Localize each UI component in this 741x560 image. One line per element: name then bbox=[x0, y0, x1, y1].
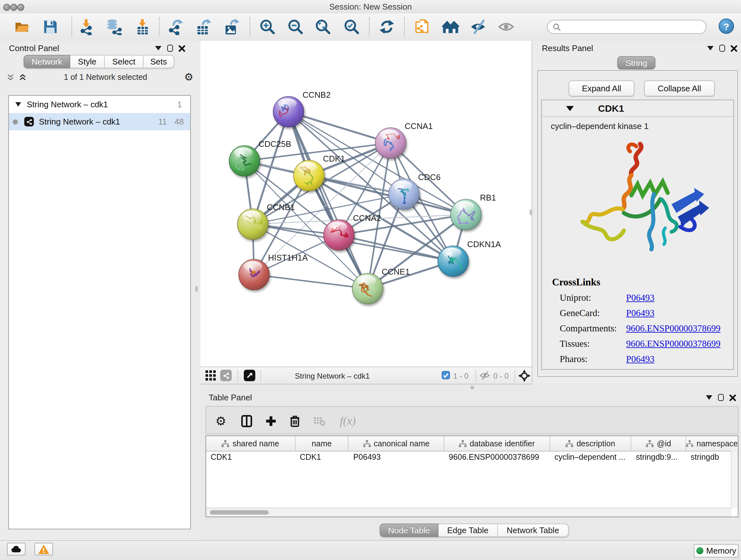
create-column-plus-icon[interactable] bbox=[264, 414, 278, 428]
show-all-icon[interactable] bbox=[496, 17, 516, 37]
cell-canonical-name[interactable]: P06493 bbox=[349, 453, 444, 462]
network-row-selected[interactable]: String Network – cdk1 11 48 bbox=[9, 113, 190, 130]
column-header-name[interactable]: name bbox=[295, 436, 349, 451]
splitter-handle[interactable] bbox=[470, 386, 474, 389]
network-node-CCNB2[interactable] bbox=[273, 97, 304, 127]
tab-string[interactable]: String bbox=[617, 56, 656, 70]
export-image-icon[interactable] bbox=[221, 17, 241, 37]
column-header-database-identifier[interactable]: database identifier bbox=[444, 436, 550, 451]
panel-minimize-icon[interactable] bbox=[706, 395, 712, 400]
cell-namespace[interactable]: stringdb bbox=[686, 453, 738, 462]
crosslink-pharos[interactable]: P06493 bbox=[626, 354, 655, 365]
network-options-gear-icon[interactable]: ⚙ bbox=[184, 72, 193, 82]
birds-eye-crosshair-icon[interactable] bbox=[518, 370, 530, 384]
column-header-shared-name[interactable]: shared name bbox=[206, 436, 295, 451]
table-options-gear-icon[interactable]: ⚙ bbox=[214, 414, 228, 428]
cell-database-identifier[interactable]: 9606.ENSP00000378699 bbox=[444, 453, 550, 462]
function-builder-icon[interactable]: f(x) bbox=[337, 414, 359, 428]
tab-edge-table[interactable]: Edge Table bbox=[439, 523, 498, 537]
cell-description[interactable]: cyclin–dependent ... bbox=[550, 453, 631, 462]
save-session-icon[interactable] bbox=[41, 17, 60, 37]
first-neighbors-icon[interactable] bbox=[441, 17, 460, 37]
zoom-fit-icon[interactable] bbox=[313, 17, 333, 37]
cell-shared-name[interactable]: CDK1 bbox=[206, 453, 295, 462]
new-network-from-selection-icon[interactable] bbox=[412, 17, 431, 37]
tab-style[interactable]: Style bbox=[70, 55, 105, 68]
export-table-icon[interactable] bbox=[193, 17, 212, 37]
horizontal-splitter[interactable] bbox=[200, 384, 741, 391]
delete-columns-trash-icon[interactable] bbox=[288, 414, 302, 428]
table-row[interactable]: CDK1 CDK1 P06493 9606.ENSP00000378699 cy… bbox=[206, 451, 738, 463]
network-edge-CCNB2-CCNA1[interactable] bbox=[288, 112, 391, 143]
memory-button[interactable]: Memory bbox=[694, 544, 738, 557]
zoom-in-icon[interactable] bbox=[258, 17, 277, 37]
network-node-HIST1H1A[interactable] bbox=[239, 259, 269, 290]
network-canvas[interactable]: CCNB2 CCNA1 CDC25B CDK1 CDC6 bbox=[200, 41, 532, 367]
table-vertical-scrollbar[interactable] bbox=[731, 451, 738, 508]
show-hide-columns-icon[interactable] bbox=[239, 414, 253, 428]
open-session-icon[interactable] bbox=[12, 17, 31, 37]
zoom-selected-icon[interactable] bbox=[342, 17, 361, 37]
network-node-CCNE1[interactable] bbox=[352, 273, 383, 304]
crosslink-compartments[interactable]: 9606.ENSP00000378699 bbox=[626, 323, 721, 334]
tab-select[interactable]: Select bbox=[105, 55, 144, 68]
tab-network-table[interactable]: Network Table bbox=[498, 523, 569, 537]
selected-checkbox-icon[interactable] bbox=[442, 371, 450, 379]
column-header-namespace[interactable]: namespace bbox=[686, 436, 738, 451]
network-node-CDC6[interactable] bbox=[389, 179, 419, 209]
search-input[interactable] bbox=[561, 22, 691, 32]
panel-close-icon[interactable] bbox=[731, 45, 737, 51]
panel-close-icon[interactable] bbox=[730, 394, 736, 401]
collection-expand-caret-icon[interactable] bbox=[15, 102, 21, 107]
open-in-new-window-icon[interactable] bbox=[244, 370, 255, 381]
search-field[interactable] bbox=[547, 20, 706, 34]
expand-all-networks-icon[interactable] bbox=[6, 73, 15, 81]
expand-all-button[interactable]: Expand All bbox=[569, 80, 634, 97]
network-node-CCNA1[interactable] bbox=[375, 128, 406, 159]
import-network-database-icon[interactable] bbox=[104, 17, 123, 37]
section-collapse-caret-icon[interactable] bbox=[566, 106, 574, 111]
network-node-CDC25B[interactable] bbox=[229, 145, 260, 176]
collapse-all-button[interactable]: Collapse All bbox=[644, 80, 715, 97]
column-header-description[interactable]: description bbox=[550, 436, 631, 451]
apply-layout-icon[interactable] bbox=[377, 17, 396, 37]
panel-float-icon[interactable] bbox=[167, 45, 173, 52]
zoom-out-icon[interactable] bbox=[286, 17, 305, 37]
cloud-button[interactable] bbox=[7, 543, 25, 556]
gene-section-header[interactable]: CDK1 bbox=[542, 100, 733, 117]
cell-name[interactable]: CDK1 bbox=[295, 453, 349, 462]
panel-close-icon[interactable] bbox=[179, 45, 185, 51]
crosslink-genecard[interactable]: P06493 bbox=[626, 308, 655, 319]
network-collection-row[interactable]: String Network – cdk1 1 bbox=[9, 96, 190, 113]
cell-id[interactable]: stringdb:9... bbox=[631, 453, 686, 462]
network-badge-icon[interactable] bbox=[220, 370, 232, 381]
tab-node-table[interactable]: Node Table bbox=[380, 523, 439, 537]
warnings-button[interactable] bbox=[35, 543, 53, 556]
network-node-CDK1[interactable] bbox=[293, 160, 324, 191]
scrollbar-thumb[interactable] bbox=[210, 510, 269, 515]
panel-minimize-icon[interactable] bbox=[155, 46, 161, 51]
import-table-file-icon[interactable] bbox=[133, 17, 152, 37]
tab-sets[interactable]: Sets bbox=[144, 55, 174, 68]
panel-float-icon[interactable] bbox=[718, 394, 724, 401]
crosslink-tissues[interactable]: 9606.ENSP00000378699 bbox=[626, 338, 721, 349]
column-header-canonical-name[interactable]: canonical name bbox=[349, 436, 444, 451]
panel-float-icon[interactable] bbox=[719, 45, 725, 52]
column-header-id[interactable]: @id bbox=[631, 436, 686, 451]
left-splitter-handle[interactable] bbox=[195, 286, 198, 292]
help-button[interactable]: ? bbox=[719, 18, 734, 34]
network-node-CCNA2[interactable] bbox=[324, 220, 354, 250]
collapse-all-networks-icon[interactable] bbox=[18, 73, 27, 81]
network-node-RB1[interactable] bbox=[451, 199, 481, 230]
export-network-icon[interactable] bbox=[166, 17, 185, 37]
panel-minimize-icon[interactable] bbox=[707, 46, 714, 51]
delete-table-icon[interactable] bbox=[312, 414, 326, 428]
network-edge-HIST1H1A-CCNE1[interactable] bbox=[254, 274, 367, 289]
import-network-file-icon[interactable] bbox=[77, 17, 96, 37]
tab-network[interactable]: Network bbox=[23, 55, 70, 68]
hide-selected-icon[interactable] bbox=[468, 17, 488, 37]
network-node-CCNB1[interactable] bbox=[238, 209, 268, 240]
table-horizontal-scrollbar[interactable] bbox=[206, 508, 731, 516]
grid-view-icon[interactable] bbox=[205, 370, 216, 384]
network-node-CDKN1A[interactable] bbox=[438, 246, 468, 276]
